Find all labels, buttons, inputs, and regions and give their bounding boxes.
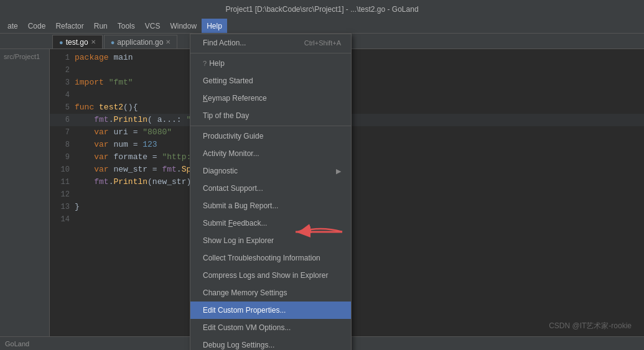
activity-monitor-label: Activity Monitor... — [203, 147, 259, 160]
diagnostic-arrow: ▶ — [336, 165, 341, 177]
help-dropdown-menu: Find Action... Ctrl+Shift+A ? Help Getti… — [190, 34, 352, 350]
menu-edit-custom-vm[interactable]: Edit Custom VM Options... — [190, 319, 351, 336]
menu-tools[interactable]: Tools — [113, 19, 140, 33]
contact-support-label: Contact Support... — [203, 182, 263, 195]
menu-compress-logs[interactable]: Compress Logs and Show in Explorer — [190, 267, 351, 284]
help-label: Help — [209, 57, 225, 70]
menu-ate[interactable]: ate — [2, 19, 23, 33]
edit-custom-vm-label: Edit Custom VM Options... — [203, 321, 291, 334]
getting-started-label: Getting Started — [203, 75, 253, 87]
tab-application-go[interactable]: ● application.go ✕ — [104, 35, 178, 48]
menu-debug-log[interactable]: Debug Log Settings... — [190, 336, 351, 350]
find-action-label: Find Action... — [203, 37, 246, 49]
status-text: GoLand — [5, 340, 29, 348]
menu-code[interactable]: Code — [23, 19, 51, 33]
tip-of-day-label: Tip of the Day — [203, 109, 249, 122]
debug-log-label: Debug Log Settings... — [203, 339, 274, 350]
menu-submit-bug[interactable]: Submit a Bug Report... — [190, 197, 351, 214]
submit-feedback-label: Submit Feedback... — [203, 217, 267, 229]
compress-logs-label: Compress Logs and Show in Explorer — [203, 269, 328, 282]
tab-close-button2[interactable]: ✕ — [166, 39, 170, 45]
show-log-label: Show Log in Explorer — [203, 234, 274, 247]
sidebar-project-label: src/Project1 — [0, 50, 49, 63]
menu-tip-of-day[interactable]: Tip of the Day — [190, 107, 351, 124]
menu-help[interactable]: Help — [202, 19, 227, 33]
menu-vcs[interactable]: VCS — [140, 19, 166, 33]
menu-help-item[interactable]: ? Help — [190, 55, 351, 72]
find-action-shortcut: Ctrl+Shift+A — [304, 37, 341, 49]
menu-diagnostic[interactable]: Diagnostic ▶ — [190, 162, 351, 180]
tab-close-button[interactable]: ✕ — [91, 39, 96, 45]
separator-1 — [190, 53, 351, 53]
menu-edit-custom-props[interactable]: Edit Custom Properties... — [190, 302, 351, 319]
collect-troubleshoot-label: Collect Troubleshooting Information — [203, 252, 320, 264]
help-question-mark: ? — [203, 57, 207, 70]
productivity-guide-label: Productivity Guide — [203, 130, 263, 142]
menu-keymap-reference[interactable]: Keymap Reference — [190, 90, 351, 107]
menu-getting-started[interactable]: Getting Started — [190, 72, 351, 90]
keymap-reference-label: Keymap Reference — [203, 92, 267, 104]
menu-productivity-guide[interactable]: Productivity Guide — [190, 127, 351, 145]
tab-test-go[interactable]: ● test.go ✕ — [52, 35, 103, 48]
menu-run[interactable]: Run — [89, 19, 113, 33]
menu-collect-troubleshoot[interactable]: Collect Troubleshooting Information — [190, 249, 351, 267]
menu-contact-support[interactable]: Contact Support... — [190, 180, 351, 197]
submit-bug-label: Submit a Bug Report... — [203, 200, 278, 212]
title-text: Project1 [D:\backCode\src\Project1] - ..… — [5, 5, 639, 14]
tab-label2: application.go — [117, 38, 163, 47]
menu-bar: ate Code Refactor Run Tools VCS Window H… — [0, 19, 644, 34]
menu-show-log[interactable]: Show Log in Explorer — [190, 232, 351, 249]
separator-2 — [190, 126, 351, 126]
menu-window[interactable]: Window — [165, 19, 202, 33]
diagnostic-label: Diagnostic — [203, 165, 238, 177]
change-memory-label: Change Memory Settings — [203, 287, 287, 299]
menu-refactor[interactable]: Refactor — [50, 19, 88, 33]
tab-label: test.go — [66, 38, 88, 47]
menu-activity-monitor[interactable]: Activity Monitor... — [190, 145, 351, 162]
menu-submit-feedback[interactable]: Submit Feedback... — [190, 214, 351, 232]
title-bar: Project1 [D:\backCode\src\Project1] - ..… — [0, 0, 644, 19]
edit-custom-props-label: Edit Custom Properties... — [203, 304, 286, 316]
watermark: CSDN @IT艺术家-rookie — [549, 321, 632, 331]
menu-change-memory[interactable]: Change Memory Settings — [190, 284, 351, 302]
go-file-icon2: ● — [111, 39, 115, 46]
go-file-icon: ● — [59, 39, 63, 46]
menu-find-action[interactable]: Find Action... Ctrl+Shift+A — [190, 34, 351, 52]
